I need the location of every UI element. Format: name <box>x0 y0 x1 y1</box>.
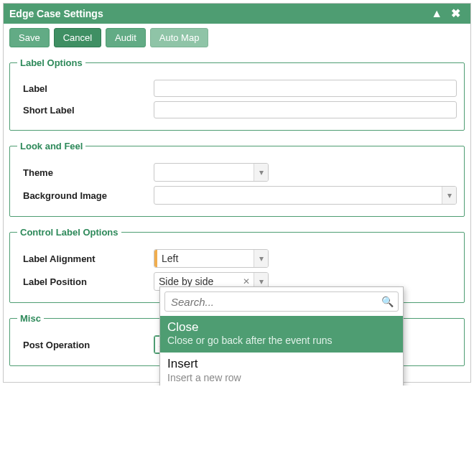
position-label: Label Position <box>17 276 154 287</box>
window-title: Edge Case Settings <box>9 8 427 19</box>
alignment-value: Left <box>157 250 254 267</box>
bgimage-combo[interactable]: ▾ <box>154 186 457 205</box>
legend-look-and-feel: Look and Feel <box>17 141 85 151</box>
dropdown-option[interactable]: Close Close or go back after the event r… <box>160 316 403 353</box>
legend-control-label-options: Control Label Options <box>17 227 121 238</box>
legend-label-options: Label Options <box>17 57 85 68</box>
toolbar: Save Cancel Audit Auto Map <box>4 24 470 52</box>
shortlabel-input[interactable] <box>154 101 457 118</box>
chevron-down-icon[interactable]: ▾ <box>254 164 268 181</box>
audit-button[interactable]: Audit <box>106 28 146 47</box>
dropdown-search[interactable]: 🔍 <box>164 291 399 312</box>
option-title: Close <box>167 320 396 335</box>
titlebar: Edge Case Settings ▲ ✖ <box>4 4 470 24</box>
postop-dropdown: 🔍 Close Close or go back after the event… <box>159 286 404 386</box>
bgimage-value <box>154 187 442 204</box>
theme-label: Theme <box>17 167 154 178</box>
option-desc: Close or go back after the event runs <box>167 335 396 347</box>
option-title: Insert <box>167 357 396 371</box>
option-desc: Insert a new row <box>167 372 396 384</box>
label-label: Label <box>17 83 154 94</box>
legend-misc: Misc <box>17 313 44 324</box>
dropdown-option[interactable]: Insert Insert a new row <box>160 353 403 386</box>
fieldset-look-and-feel: Look and Feel Theme ▾ Background Image ▾ <box>9 141 465 217</box>
collapse-up-icon[interactable]: ▲ <box>427 8 447 19</box>
cancel-button[interactable]: Cancel <box>54 28 101 47</box>
alignment-label: Label Alignment <box>17 253 154 264</box>
close-icon[interactable]: ✖ <box>447 8 465 19</box>
label-input[interactable] <box>154 80 457 97</box>
dropdown-list[interactable]: Close Close or go back after the event r… <box>160 316 403 386</box>
save-button[interactable]: Save <box>9 28 50 47</box>
dropdown-search-input[interactable] <box>169 295 381 309</box>
theme-combo[interactable]: ▾ <box>154 163 269 182</box>
shortlabel-label: Short Label <box>17 105 154 116</box>
automap-button[interactable]: Auto Map <box>150 28 209 47</box>
postop-label: Post Operation <box>17 340 154 350</box>
alignment-combo[interactable]: Left ▾ <box>154 249 269 268</box>
bgimage-label: Background Image <box>17 190 154 201</box>
search-icon: 🔍 <box>381 296 394 307</box>
theme-value <box>154 164 254 181</box>
chevron-down-icon[interactable]: ▾ <box>254 250 268 267</box>
fieldset-label-options: Label Options Label Short Label <box>9 57 465 131</box>
chevron-down-icon[interactable]: ▾ <box>442 187 456 204</box>
